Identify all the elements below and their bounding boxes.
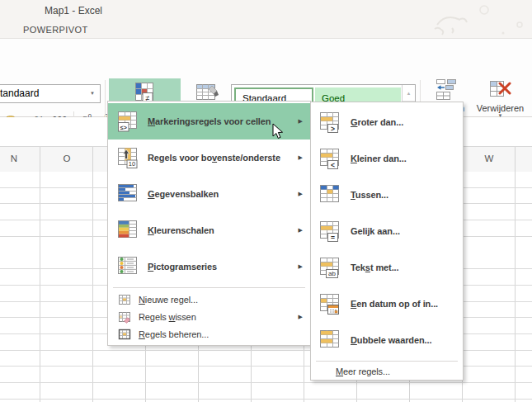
menu-item-label: Regels beheren...	[139, 329, 209, 339]
text-contains-icon	[318, 255, 343, 280]
submenu-arrow-icon: ▶	[299, 314, 303, 320]
styles-scroll-up-button[interactable]: ▲	[403, 85, 415, 102]
number-format-value: Standaard	[0, 87, 39, 99]
menu-item-label: Gegevensbalken	[148, 189, 219, 199]
top-bottom-icon	[116, 145, 141, 170]
menu-item-tussen[interactable]: Tussen...	[311, 177, 463, 213]
new-rule-icon	[118, 293, 131, 306]
delete-button-label: Verwijderen	[477, 103, 524, 113]
window-title: Map1 - Excel	[45, 5, 102, 17]
menu-item-label: Meer regels...	[336, 367, 390, 376]
tab-powerpivot[interactable]: POWERPIVOT	[23, 25, 88, 35]
menu-item-tekst-met[interactable]: Tekst met...	[311, 249, 463, 286]
delete-cells-icon	[489, 78, 511, 101]
menu-item-groter-dan[interactable]: Groter dan...	[311, 104, 463, 140]
menu-item-label: Regels wissen	[139, 312, 196, 322]
equal-to-icon	[318, 219, 343, 244]
menu-item-label: Groter dan...	[351, 117, 403, 127]
menu-separator	[113, 287, 305, 288]
between-icon	[318, 182, 343, 207]
menu-item-label: Gelijk aan...	[351, 226, 400, 236]
format-cells-button-partial[interactable]: Opmaak	[529, 78, 532, 121]
menu-item-nieuwe-regel[interactable]: Nieuwe regel...	[108, 291, 310, 308]
column-header-o[interactable]: O	[40, 146, 93, 171]
decorative-background-doodles	[425, 2, 532, 38]
manage-rules-icon	[118, 328, 131, 341]
menu-item-label: Dubbele waarden...	[351, 335, 431, 345]
number-format-combo[interactable]: Standaard ▼	[0, 84, 101, 103]
mouse-cursor	[272, 123, 284, 140]
delete-cells-button[interactable]: Verwijderen ▼	[470, 78, 530, 118]
title-bar: Map1 - Excel POWERPIVOT	[0, 0, 532, 39]
menu-item-label: Kleurenschalen	[148, 225, 214, 235]
submenu-arrow-icon: ▶	[299, 227, 303, 234]
menu-item-gegevensbalken[interactable]: Gegevensbalken▶	[108, 176, 310, 212]
insert-cells-icon	[435, 78, 457, 101]
menu-item-kleurenschalen[interactable]: Kleurenschalen▶	[108, 212, 310, 248]
menu-item-gelijk-aan[interactable]: Gelijk aan...	[311, 213, 463, 249]
column-header-n[interactable]: N	[0, 146, 40, 171]
menu-item-meer-regels[interactable]: Meer regels...	[311, 364, 463, 378]
chevron-down-icon: ▼	[90, 91, 95, 96]
menu-item-label: Tekst met...	[351, 262, 399, 272]
menu-item-pictogramseries[interactable]: Pictogramseries▶	[108, 248, 310, 285]
less-than-icon	[318, 146, 343, 171]
menu-item-dubbele-waarden[interactable]: Dubbele waarden...	[311, 322, 463, 358]
menu-item-kleiner-dan[interactable]: Kleiner dan...	[311, 140, 463, 177]
highlight-cells-rules-submenu: Groter dan...Kleiner dan...Tussen...Geli…	[310, 102, 464, 381]
menu-item-label: Nieuwe regel...	[139, 295, 198, 305]
menu-item-label: Pictogramseries	[148, 262, 217, 272]
highlight-cells-icon	[116, 109, 141, 134]
submenu-arrow-icon: ▶	[299, 118, 303, 125]
menu-item-label: Kleiner dan...	[351, 154, 407, 163]
menu-item-regels-wissen[interactable]: Regels wissen▶	[108, 308, 310, 325]
menu-separator	[316, 361, 458, 362]
submenu-arrow-icon: ▶	[299, 191, 303, 197]
clear-rules-icon	[118, 310, 131, 324]
submenu-arrow-icon: ▶	[299, 263, 303, 270]
column-header-w[interactable]: W	[463, 146, 516, 171]
data-bars-icon	[116, 182, 141, 206]
greater-than-icon	[318, 110, 343, 135]
duplicate-values-icon	[318, 328, 343, 352]
color-scales-icon	[116, 218, 141, 243]
date-occurring-icon	[318, 291, 343, 316]
menu-item-label: Regels voor bovenste/onderste	[148, 153, 280, 163]
icon-sets-icon	[116, 254, 141, 279]
submenu-arrow-icon: ▶	[299, 154, 303, 161]
menu-item-label: Markeringsregels voor cellen	[148, 116, 271, 126]
menu-item-een-datum-op-of-in[interactable]: Een datum op of in...	[311, 286, 463, 322]
menu-item-label: Tussen...	[351, 190, 388, 200]
menu-item-regels-voor-bovenste-onderste[interactable]: Regels voor bovenste/onderste▶	[108, 140, 310, 176]
menu-item-label: Een datum op of in...	[351, 299, 438, 309]
menu-item-regels-beheren[interactable]: Regels beheren...	[108, 325, 310, 343]
scroll-up-icon: ▲	[407, 91, 412, 96]
